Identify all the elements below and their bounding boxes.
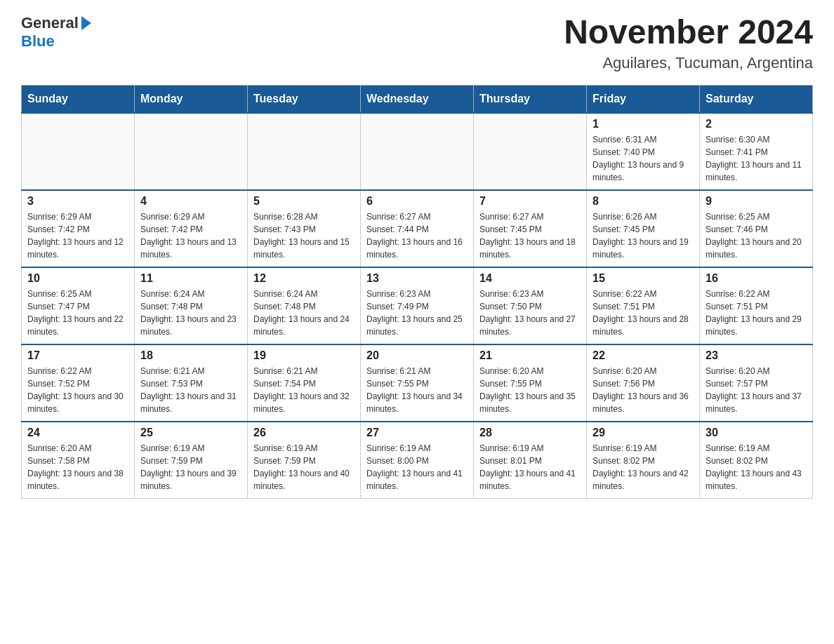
column-header-tuesday: Tuesday	[248, 85, 361, 113]
page-subtitle: Aguilares, Tucuman, Argentina	[564, 54, 813, 72]
day-number: 17	[27, 349, 128, 362]
logo: General Blue	[21, 14, 93, 51]
day-cell: 16Sunrise: 6:22 AMSunset: 7:51 PMDayligh…	[700, 267, 813, 344]
day-info: Sunrise: 6:21 AMSunset: 7:53 PMDaylight:…	[140, 365, 241, 415]
day-number: 12	[253, 272, 355, 285]
day-cell: 30Sunrise: 6:19 AMSunset: 8:02 PMDayligh…	[700, 422, 813, 499]
column-header-sunday: Sunday	[22, 85, 135, 113]
column-header-thursday: Thursday	[474, 85, 587, 113]
day-info: Sunrise: 6:29 AMSunset: 7:42 PMDaylight:…	[27, 210, 128, 261]
day-number: 1	[593, 118, 694, 130]
day-cell: 26Sunrise: 6:19 AMSunset: 7:59 PMDayligh…	[248, 422, 361, 499]
day-number: 10	[27, 272, 128, 285]
day-info: Sunrise: 6:19 AMSunset: 8:00 PMDaylight:…	[366, 442, 468, 492]
day-cell	[135, 113, 248, 190]
column-header-monday: Monday	[135, 85, 248, 113]
day-number: 28	[479, 427, 581, 439]
day-info: Sunrise: 6:24 AMSunset: 7:48 PMDaylight:…	[140, 288, 241, 338]
week-row-1: 3Sunrise: 6:29 AMSunset: 7:42 PMDaylight…	[22, 190, 813, 267]
day-cell	[361, 113, 474, 190]
day-info: Sunrise: 6:19 AMSunset: 7:59 PMDaylight:…	[140, 442, 241, 492]
day-info: Sunrise: 6:19 AMSunset: 8:02 PMDaylight:…	[593, 442, 694, 492]
day-number: 8	[593, 195, 694, 208]
day-info: Sunrise: 6:23 AMSunset: 7:49 PMDaylight:…	[366, 288, 468, 338]
week-row-0: 1Sunrise: 6:31 AMSunset: 7:40 PMDaylight…	[22, 113, 813, 190]
day-info: Sunrise: 6:21 AMSunset: 7:54 PMDaylight:…	[253, 365, 355, 415]
title-block: November 2024 Aguilares, Tucuman, Argent…	[564, 14, 813, 72]
day-cell: 10Sunrise: 6:25 AMSunset: 7:47 PMDayligh…	[22, 267, 135, 344]
day-info: Sunrise: 6:22 AMSunset: 7:52 PMDaylight:…	[27, 365, 128, 415]
day-cell: 25Sunrise: 6:19 AMSunset: 7:59 PMDayligh…	[135, 422, 248, 499]
day-info: Sunrise: 6:26 AMSunset: 7:45 PMDaylight:…	[593, 210, 694, 261]
day-cell: 13Sunrise: 6:23 AMSunset: 7:49 PMDayligh…	[361, 267, 474, 344]
day-info: Sunrise: 6:19 AMSunset: 7:59 PMDaylight:…	[253, 442, 355, 492]
day-info: Sunrise: 6:25 AMSunset: 7:46 PMDaylight:…	[706, 210, 807, 261]
day-cell: 8Sunrise: 6:26 AMSunset: 7:45 PMDaylight…	[587, 190, 700, 267]
day-info: Sunrise: 6:20 AMSunset: 7:57 PMDaylight:…	[706, 365, 807, 415]
day-cell: 4Sunrise: 6:29 AMSunset: 7:42 PMDaylight…	[135, 190, 248, 267]
day-number: 14	[479, 272, 581, 285]
calendar-header-row: SundayMondayTuesdayWednesdayThursdayFrid…	[22, 85, 813, 113]
day-number: 22	[593, 349, 694, 362]
day-number: 24	[27, 427, 128, 439]
day-number: 13	[366, 272, 468, 285]
day-number: 27	[366, 427, 468, 439]
logo-triangle-icon	[81, 16, 91, 30]
week-row-4: 24Sunrise: 6:20 AMSunset: 7:58 PMDayligh…	[22, 422, 813, 499]
page-title: November 2024	[564, 14, 813, 51]
day-cell: 27Sunrise: 6:19 AMSunset: 8:00 PMDayligh…	[361, 422, 474, 499]
day-cell: 22Sunrise: 6:20 AMSunset: 7:56 PMDayligh…	[587, 344, 700, 422]
calendar-table: SundayMondayTuesdayWednesdayThursdayFrid…	[21, 85, 813, 499]
day-number: 7	[479, 195, 581, 208]
day-number: 23	[706, 349, 807, 362]
day-cell: 20Sunrise: 6:21 AMSunset: 7:55 PMDayligh…	[361, 344, 474, 422]
day-cell: 19Sunrise: 6:21 AMSunset: 7:54 PMDayligh…	[248, 344, 361, 422]
day-info: Sunrise: 6:25 AMSunset: 7:47 PMDaylight:…	[27, 288, 128, 338]
week-row-3: 17Sunrise: 6:22 AMSunset: 7:52 PMDayligh…	[22, 344, 813, 422]
day-number: 16	[706, 272, 807, 285]
day-cell	[248, 113, 361, 190]
day-number: 30	[706, 427, 807, 439]
day-cell: 28Sunrise: 6:19 AMSunset: 8:01 PMDayligh…	[474, 422, 587, 499]
day-info: Sunrise: 6:31 AMSunset: 7:40 PMDaylight:…	[593, 133, 694, 184]
day-number: 4	[140, 195, 241, 208]
day-info: Sunrise: 6:27 AMSunset: 7:44 PMDaylight:…	[366, 210, 468, 261]
day-cell: 21Sunrise: 6:20 AMSunset: 7:55 PMDayligh…	[474, 344, 587, 422]
day-info: Sunrise: 6:24 AMSunset: 7:48 PMDaylight:…	[253, 288, 355, 338]
day-info: Sunrise: 6:20 AMSunset: 7:58 PMDaylight:…	[27, 442, 128, 492]
day-number: 2	[706, 118, 807, 130]
day-number: 9	[706, 195, 807, 208]
day-cell: 29Sunrise: 6:19 AMSunset: 8:02 PMDayligh…	[587, 422, 700, 499]
day-info: Sunrise: 6:22 AMSunset: 7:51 PMDaylight:…	[593, 288, 694, 338]
day-number: 25	[140, 427, 241, 439]
day-cell: 15Sunrise: 6:22 AMSunset: 7:51 PMDayligh…	[587, 267, 700, 344]
day-cell: 12Sunrise: 6:24 AMSunset: 7:48 PMDayligh…	[248, 267, 361, 344]
column-header-saturday: Saturday	[700, 85, 813, 113]
day-cell: 9Sunrise: 6:25 AMSunset: 7:46 PMDaylight…	[700, 190, 813, 267]
day-cell: 23Sunrise: 6:20 AMSunset: 7:57 PMDayligh…	[700, 344, 813, 422]
day-cell: 3Sunrise: 6:29 AMSunset: 7:42 PMDaylight…	[22, 190, 135, 267]
day-cell: 1Sunrise: 6:31 AMSunset: 7:40 PMDaylight…	[587, 113, 700, 190]
day-number: 18	[140, 349, 241, 362]
day-cell: 24Sunrise: 6:20 AMSunset: 7:58 PMDayligh…	[22, 422, 135, 499]
day-info: Sunrise: 6:23 AMSunset: 7:50 PMDaylight:…	[479, 288, 581, 338]
day-number: 11	[140, 272, 241, 285]
day-info: Sunrise: 6:19 AMSunset: 8:02 PMDaylight:…	[706, 442, 807, 492]
day-cell: 5Sunrise: 6:28 AMSunset: 7:43 PMDaylight…	[248, 190, 361, 267]
day-number: 21	[479, 349, 581, 362]
day-info: Sunrise: 6:27 AMSunset: 7:45 PMDaylight:…	[479, 210, 581, 261]
day-cell	[474, 113, 587, 190]
day-cell: 11Sunrise: 6:24 AMSunset: 7:48 PMDayligh…	[135, 267, 248, 344]
day-info: Sunrise: 6:28 AMSunset: 7:43 PMDaylight:…	[253, 210, 355, 261]
day-number: 20	[366, 349, 468, 362]
day-info: Sunrise: 6:19 AMSunset: 8:01 PMDaylight:…	[479, 442, 581, 492]
day-info: Sunrise: 6:20 AMSunset: 7:56 PMDaylight:…	[593, 365, 694, 415]
day-number: 5	[253, 195, 355, 208]
day-cell: 14Sunrise: 6:23 AMSunset: 7:50 PMDayligh…	[474, 267, 587, 344]
page-header: General Blue November 2024 Aguilares, Tu…	[21, 14, 813, 72]
day-cell: 2Sunrise: 6:30 AMSunset: 7:41 PMDaylight…	[700, 113, 813, 190]
column-header-wednesday: Wednesday	[361, 85, 474, 113]
day-number: 26	[253, 427, 355, 439]
day-cell: 6Sunrise: 6:27 AMSunset: 7:44 PMDaylight…	[361, 190, 474, 267]
logo-text: General	[21, 14, 79, 32]
